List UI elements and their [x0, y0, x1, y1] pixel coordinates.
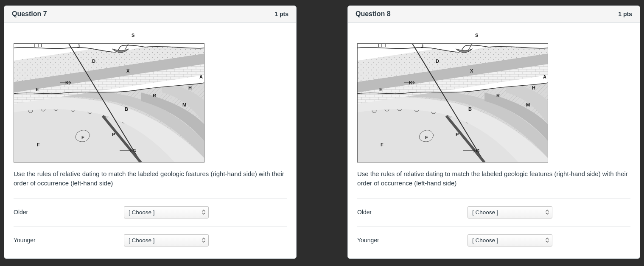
question-title: Question 7	[12, 10, 47, 18]
diagram-label-J: J	[421, 44, 423, 49]
diagram-label-R: R	[496, 93, 500, 98]
question-instructions: Use the rules of relative dating to matc…	[357, 169, 630, 188]
diagram-label-Fleft: F	[37, 142, 40, 147]
svg-point-27	[40, 39, 43, 42]
question-title: Question 8	[356, 10, 391, 18]
diagram-label-G: G	[132, 148, 136, 153]
match-select-younger[interactable]: [ Choose ]	[124, 234, 209, 246]
diagram-label-M: M	[526, 102, 530, 107]
question-body: S J D X A K E H R M B P F G F Use	[348, 22, 640, 258]
match-dropdown-younger[interactable]: [ Choose ]	[124, 234, 209, 246]
diagram-label-H: H	[188, 85, 192, 90]
svg-point-58	[384, 39, 387, 42]
match-row-older: Older [ Choose ]	[14, 198, 287, 226]
diagram-label-D: D	[92, 59, 95, 64]
diagram-label-E: E	[379, 87, 382, 92]
diagram-label-S: S	[132, 33, 134, 38]
question-card-7: Question 7 1 pts	[4, 6, 297, 259]
diagram-label-K: K	[409, 80, 412, 85]
diagram-label-H: H	[532, 85, 535, 90]
question-points: 1 pts	[274, 11, 288, 17]
match-dropdown-older[interactable]: [ Choose ]	[468, 206, 552, 218]
diagram-label-P: P	[112, 132, 115, 137]
diagram-label-E: E	[36, 87, 39, 92]
match-label-younger: Younger	[357, 237, 468, 244]
match-row-younger: Younger [ Choose ]	[14, 226, 287, 254]
match-select-older[interactable]: [ Choose ]	[124, 206, 209, 218]
diagram-label-P: P	[456, 132, 459, 137]
diagram-label-B: B	[468, 106, 472, 112]
diagram-label-X: X	[470, 68, 473, 73]
diagram-label-J: J	[77, 44, 80, 49]
question-card-8: Question 8 1 pts	[347, 6, 640, 259]
diagram-label-R: R	[153, 93, 156, 98]
geologic-cross-section-icon: S J D X A K E H R M B P F G F	[14, 31, 204, 162]
diagram-label-K: K	[65, 80, 69, 85]
diagram-label-A: A	[543, 74, 546, 79]
question-instructions: Use the rules of relative dating to matc…	[14, 169, 287, 188]
diagram-label-G: G	[476, 148, 480, 153]
diagram-label-A: A	[199, 74, 203, 79]
diagram-label-X: X	[126, 68, 130, 73]
match-select-younger[interactable]: [ Choose ]	[468, 234, 552, 246]
match-label-older: Older	[357, 209, 468, 216]
question-header: Question 8 1 pts	[348, 6, 640, 22]
diagram-label-B: B	[125, 106, 128, 112]
match-select-older[interactable]: [ Choose ]	[468, 206, 552, 218]
match-label-older: Older	[14, 209, 124, 216]
match-dropdown-younger[interactable]: [ Choose ]	[468, 234, 552, 246]
match-label-younger: Younger	[14, 237, 124, 244]
geologic-cross-section-icon: S J D X A K E H R M B P F G F	[357, 31, 548, 162]
diagram-label-Fblob: F	[425, 135, 428, 140]
question-points: 1 pts	[618, 11, 632, 17]
diagram-label-S: S	[475, 33, 478, 38]
match-row-older: Older [ Choose ]	[357, 198, 630, 226]
question-body: S J D X A K E H R M B P F G F Use	[4, 22, 296, 258]
diagram-label-Fblob: F	[81, 135, 84, 140]
diagram-label-D: D	[436, 59, 439, 64]
match-dropdown-older[interactable]: [ Choose ]	[124, 206, 209, 218]
diagram-label-M: M	[182, 102, 186, 107]
geologic-diagram: S J D X A K E H R M B P F G F	[14, 31, 287, 162]
diagram-label-Fleft: F	[381, 142, 384, 147]
question-header: Question 7 1 pts	[4, 6, 296, 22]
match-row-younger: Younger [ Choose ]	[357, 226, 630, 254]
geologic-diagram: S J D X A K E H R M B P F G F	[357, 31, 630, 162]
